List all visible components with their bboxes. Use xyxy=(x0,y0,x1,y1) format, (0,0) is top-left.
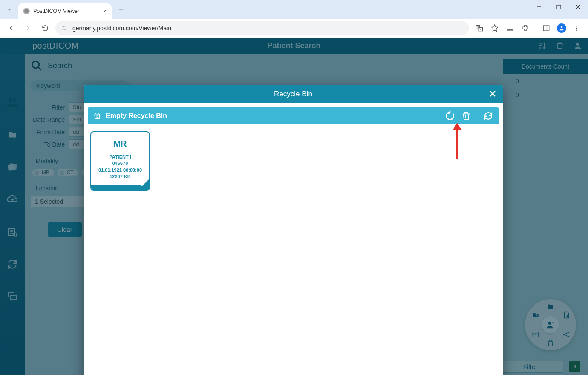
browser-reload-button[interactable] xyxy=(38,21,52,35)
study-card[interactable]: MR PATIENT I 045678 01.01.1921 00:00:00 … xyxy=(90,131,150,191)
svg-point-16 xyxy=(576,28,577,29)
tab-favicon xyxy=(23,8,30,14)
svg-point-48 xyxy=(96,116,98,118)
svg-point-15 xyxy=(576,26,577,26)
delete-permanently-button[interactable] xyxy=(461,110,471,121)
study-patient-name: PATIENT I xyxy=(91,154,149,160)
browser-chrome: PostDICOM Viewer × + germany.postdicom.c… xyxy=(0,0,588,38)
url-input[interactable]: germany.postdicom.com/Viewer/Main xyxy=(55,21,469,35)
screen-icon[interactable] xyxy=(503,21,517,35)
study-date: 01.01.1921 00:00:00 xyxy=(91,167,149,173)
browser-back-button[interactable] xyxy=(4,21,18,35)
trash-icon xyxy=(93,111,101,121)
study-size: 12207 KB xyxy=(91,173,149,180)
study-patient-id: 045678 xyxy=(91,160,149,167)
modal-header: Recycle Bin xyxy=(84,85,503,103)
tab-close-button[interactable]: × xyxy=(103,8,107,14)
tab-title: PostDICOM Viewer xyxy=(33,8,100,14)
study-modality: MR xyxy=(91,139,149,149)
new-tab-button[interactable]: + xyxy=(115,3,127,15)
browser-menu-button[interactable] xyxy=(570,21,584,35)
translate-icon[interactable]: 文A xyxy=(473,21,486,35)
svg-rect-1 xyxy=(557,5,561,9)
profile-button[interactable] xyxy=(555,21,568,35)
browser-tab[interactable]: PostDICOM Viewer × xyxy=(18,3,112,19)
window-controls xyxy=(529,0,588,14)
svg-rect-12 xyxy=(543,26,549,31)
svg-text:文: 文 xyxy=(477,26,480,29)
url-text: germany.postdicom.com/Viewer/Main xyxy=(72,25,171,32)
refresh-button[interactable] xyxy=(483,111,493,121)
recycle-bin-modal: Recycle Bin Empty Recycle Bin MR PATIENT… xyxy=(84,85,503,375)
tab-search-dropdown[interactable] xyxy=(3,3,16,16)
svg-point-14 xyxy=(561,26,563,28)
sidepanel-icon[interactable] xyxy=(539,21,553,35)
window-maximize-button[interactable] xyxy=(549,0,568,14)
site-settings-icon[interactable] xyxy=(61,25,68,32)
chevron-down-icon xyxy=(6,6,12,12)
svg-rect-10 xyxy=(507,26,513,30)
window-close-button[interactable] xyxy=(568,0,588,14)
svg-text:A: A xyxy=(480,28,482,31)
window-minimize-button[interactable] xyxy=(529,0,549,14)
restore-button[interactable] xyxy=(444,110,455,121)
modal-close-button[interactable] xyxy=(487,89,498,99)
browser-forward-button[interactable] xyxy=(21,21,35,35)
svg-point-17 xyxy=(576,29,577,30)
browser-titlebar: PostDICOM Viewer × + xyxy=(0,0,588,19)
modal-toolbar: Empty Recycle Bin xyxy=(88,107,499,124)
modal-title: Recycle Bin xyxy=(274,90,312,98)
modal-body: MR PATIENT I 045678 01.01.1921 00:00:00 … xyxy=(84,129,503,375)
extensions-icon[interactable] xyxy=(519,21,532,35)
browser-address-bar: germany.postdicom.com/Viewer/Main 文A xyxy=(0,19,588,38)
bookmark-icon[interactable] xyxy=(488,21,502,35)
app-root: postDICOM Patient Search Search Keyword … xyxy=(0,38,588,375)
empty-recycle-bin-button[interactable]: Empty Recycle Bin xyxy=(93,111,167,121)
